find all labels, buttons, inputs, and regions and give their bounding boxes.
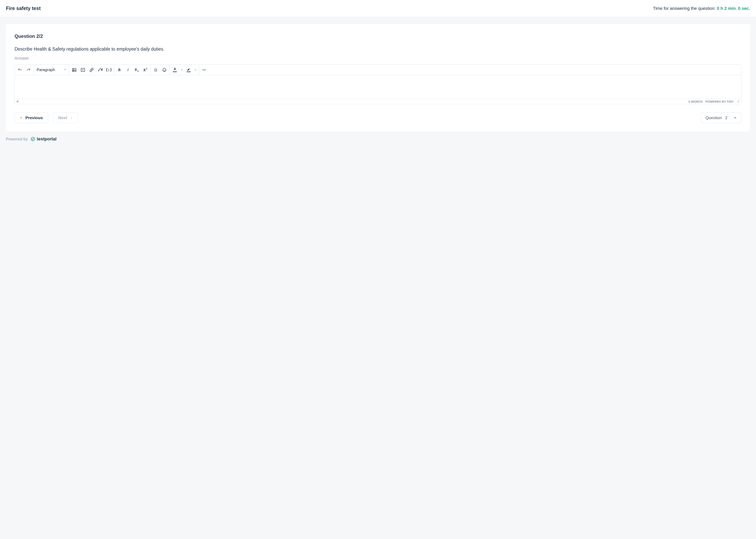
superscript-button[interactable]: X2 bbox=[141, 66, 149, 74]
question-text: Describe Health & Safety regulations app… bbox=[15, 46, 741, 52]
more-icon bbox=[202, 68, 207, 72]
svg-marker-3 bbox=[83, 69, 84, 70]
next-button[interactable]: Next bbox=[53, 113, 78, 123]
link-icon bbox=[89, 68, 94, 72]
toolbar-group-format-select: Paragraph bbox=[34, 65, 69, 75]
svg-point-20 bbox=[205, 69, 206, 70]
svg-point-18 bbox=[203, 69, 203, 70]
text-color-button[interactable]: A bbox=[171, 66, 179, 74]
format-select[interactable]: Paragraph bbox=[34, 66, 69, 74]
editor-content-area[interactable] bbox=[15, 75, 741, 99]
editor-word-count: 0 WORDS bbox=[688, 100, 703, 103]
editor-toolbar: Paragraph bbox=[15, 65, 741, 75]
highlight-color-dropdown[interactable] bbox=[193, 66, 198, 74]
previous-button[interactable]: Previous bbox=[15, 113, 48, 123]
brand-logo[interactable]: testportal bbox=[31, 136, 56, 142]
checkmark-circle-icon bbox=[31, 137, 35, 141]
toolbar-group-symbols: Ω bbox=[151, 65, 170, 75]
subscript-icon: X2 bbox=[134, 68, 139, 72]
superscript-icon: X2 bbox=[143, 68, 148, 72]
editor-element-path: P bbox=[17, 100, 19, 103]
toolbar-group-text-style: B I X2 X2 bbox=[114, 65, 151, 75]
question-indicator: Question 2/2 bbox=[15, 34, 741, 39]
toolbar-group-insert: {;} bbox=[69, 65, 114, 75]
insert-code-button[interactable]: {;} bbox=[105, 66, 113, 74]
timer-label: Time for answering the question: bbox=[653, 6, 716, 11]
more-button[interactable] bbox=[200, 66, 208, 74]
insert-link-button[interactable] bbox=[88, 66, 96, 74]
editor-statusbar: P 0 WORDS POWERED BY TINY bbox=[15, 99, 741, 104]
chevron-down-icon bbox=[733, 116, 737, 119]
italic-button[interactable]: I bbox=[124, 66, 132, 74]
undo-button[interactable] bbox=[16, 66, 24, 74]
rich-text-editor: Paragraph bbox=[15, 64, 741, 104]
chevron-down-icon bbox=[180, 68, 183, 71]
text-color-icon: A bbox=[173, 68, 176, 71]
redo-button[interactable] bbox=[25, 66, 33, 74]
bold-button[interactable]: B bbox=[115, 66, 123, 74]
redo-icon bbox=[27, 68, 31, 72]
svg-text:X: X bbox=[135, 68, 137, 72]
insert-video-button[interactable] bbox=[79, 66, 87, 74]
emoji-icon bbox=[162, 68, 167, 72]
text-color-dropdown[interactable] bbox=[179, 66, 184, 74]
svg-text:I: I bbox=[127, 68, 129, 72]
undo-icon bbox=[18, 68, 22, 72]
svg-text:B: B bbox=[118, 68, 120, 72]
omega-icon: Ω bbox=[153, 68, 158, 72]
toolbar-group-history bbox=[15, 65, 34, 75]
special-character-button[interactable]: Ω bbox=[152, 66, 160, 74]
resize-handle-icon[interactable] bbox=[736, 100, 739, 103]
svg-text:2: 2 bbox=[137, 70, 139, 72]
chevron-down-icon bbox=[63, 68, 67, 72]
chevron-down-icon bbox=[194, 68, 197, 71]
svg-point-16 bbox=[164, 69, 164, 70]
equation-icon bbox=[98, 68, 103, 72]
question-select-number: 2 bbox=[725, 116, 727, 120]
format-select-label: Paragraph bbox=[36, 68, 55, 72]
powered-by-label: Powered by bbox=[6, 137, 28, 141]
svg-line-23 bbox=[739, 102, 739, 103]
italic-icon: I bbox=[126, 68, 130, 72]
question-select[interactable]: Question 2 bbox=[701, 113, 741, 123]
next-label: Next bbox=[58, 116, 67, 120]
question-select-label: Question bbox=[705, 116, 722, 120]
svg-point-15 bbox=[163, 68, 166, 71]
svg-point-1 bbox=[73, 69, 74, 70]
brand-name: testportal bbox=[37, 136, 56, 142]
timer-value: 0 h 2 min. 0 sec. bbox=[717, 6, 750, 11]
previous-label: Previous bbox=[26, 116, 43, 120]
highlight-color-button[interactable] bbox=[185, 66, 192, 74]
svg-text:Ω: Ω bbox=[154, 68, 157, 72]
card-footer: Previous Next Question 2 bbox=[15, 113, 741, 123]
highlight-color-swatch bbox=[187, 71, 190, 72]
svg-line-21 bbox=[737, 101, 739, 103]
test-title: Fire safety test bbox=[6, 6, 40, 11]
code-icon: {;} bbox=[106, 68, 111, 72]
question-card: Question 2/2 Describe Health & Safety re… bbox=[6, 24, 750, 132]
toolbar-group-more bbox=[199, 65, 209, 75]
insert-image-button[interactable] bbox=[70, 66, 78, 74]
page-footer: Powered by testportal bbox=[6, 136, 750, 142]
chevron-right-icon bbox=[70, 116, 73, 119]
highlight-icon bbox=[187, 68, 190, 71]
video-icon bbox=[81, 68, 85, 72]
toolbar-group-color: A bbox=[170, 65, 199, 75]
insert-equation-button[interactable] bbox=[96, 66, 104, 74]
page-header: Fire safety test Time for answering the … bbox=[0, 0, 756, 17]
chevron-left-icon bbox=[20, 116, 22, 119]
nav-buttons: Previous Next bbox=[15, 113, 78, 123]
svg-point-19 bbox=[204, 69, 205, 70]
svg-text:{;}: {;} bbox=[106, 68, 111, 72]
emoji-button[interactable] bbox=[161, 66, 168, 74]
svg-text:2: 2 bbox=[146, 68, 147, 70]
text-color-swatch bbox=[173, 71, 177, 72]
subscript-button[interactable]: X2 bbox=[133, 66, 141, 74]
bold-icon: B bbox=[117, 68, 121, 72]
answer-label: Answer bbox=[15, 56, 741, 61]
timer: Time for answering the question: 0 h 2 m… bbox=[653, 6, 750, 11]
svg-text:X: X bbox=[143, 68, 146, 72]
image-icon bbox=[72, 68, 77, 72]
editor-branding: POWERED BY TINY bbox=[705, 100, 734, 103]
svg-point-17 bbox=[165, 69, 165, 70]
